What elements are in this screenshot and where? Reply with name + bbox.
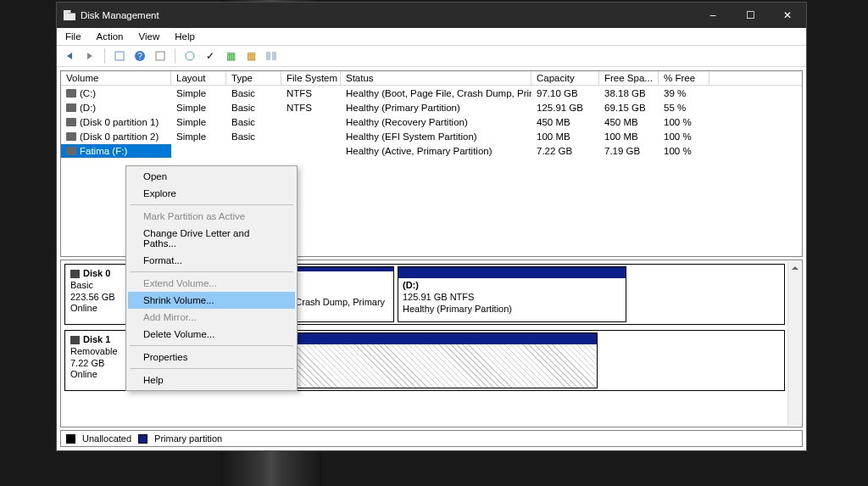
volume-row[interactable]: (C:)SimpleBasicNTFSHealthy (Boot, Page F… (61, 86, 802, 100)
svg-rect-3 (156, 52, 164, 60)
volume-name: (Disk 0 partition 1) (80, 117, 159, 127)
drive-icon (66, 118, 76, 126)
svg-point-4 (186, 52, 194, 60)
volume-fs: NTFS (281, 101, 341, 115)
drive-icon (66, 132, 76, 141)
col-capacity[interactable]: Capacity (531, 71, 599, 85)
volume-name: (C:) (80, 88, 96, 98)
volume-status: Healthy (EFI System Partition) (341, 130, 531, 143)
volume-layout: Simple (171, 115, 226, 129)
volume-status: Healthy (Primary Partition) (341, 101, 531, 115)
volume-row[interactable]: (Disk 0 partition 1)SimpleBasicHealthy (… (61, 115, 802, 129)
add-icon[interactable]: ▦ (223, 48, 238, 64)
col-pctfree[interactable]: % Free (659, 71, 709, 85)
volume-row[interactable]: Fatima (F:)Healthy (Active, Primary Part… (61, 143, 802, 158)
action-icon[interactable]: ✓ (203, 48, 218, 64)
cm-delete[interactable]: Delete Volume... (128, 326, 295, 343)
drive-icon (66, 89, 76, 98)
svg-text:?: ? (137, 52, 142, 61)
volume-layout: Simple (171, 87, 226, 100)
col-status[interactable]: Status (341, 71, 531, 85)
layout-icon[interactable] (264, 48, 279, 64)
col-freespace[interactable]: Free Spa... (599, 71, 659, 85)
disk-icon (64, 10, 75, 20)
volume-header: Volume Layout Type File System Status Ca… (61, 71, 802, 86)
window-title: Disk Management (81, 10, 159, 20)
disk-icon (70, 336, 80, 344)
volume-type: Basic (226, 115, 281, 129)
cm-shrink[interactable]: Shrink Volume... (128, 292, 295, 309)
volume-row[interactable]: (Disk 0 partition 2)SimpleBasicHealthy (… (61, 129, 802, 143)
col-layout[interactable]: Layout (171, 71, 226, 85)
volume-capacity: 7.22 GB (531, 144, 599, 158)
volume-pctfree: 100 % (659, 115, 709, 129)
forward-icon[interactable] (82, 48, 97, 64)
back-icon[interactable] (62, 48, 77, 64)
volume-fs (281, 135, 341, 138)
cm-open[interactable]: Open (128, 168, 295, 185)
volume-pctfree: 100 % (659, 144, 709, 158)
cm-help[interactable]: Help (128, 371, 295, 388)
svg-rect-6 (272, 52, 276, 60)
col-type[interactable]: Type (226, 71, 281, 85)
drive-icon (66, 103, 76, 112)
col-volume[interactable]: Volume (61, 71, 171, 85)
menu-file[interactable]: File (64, 30, 83, 43)
toolbar: ? ✓ ▦ ▦ (57, 46, 806, 67)
maximize-button[interactable]: ☐ (732, 3, 769, 28)
properties-icon[interactable] (153, 48, 168, 64)
legend-primary: Primary partition (154, 433, 222, 444)
cm-mark-active: Mark Partition as Active (128, 208, 295, 225)
titlebar[interactable]: Disk Management – ☐ ✕ (57, 3, 806, 28)
volume-type: Basic (226, 130, 281, 143)
menu-action[interactable]: Action (95, 30, 125, 43)
volume-fs (281, 149, 341, 153)
volume-freespace: 7.19 GB (599, 144, 659, 158)
volume-layout: Simple (171, 101, 226, 115)
close-button[interactable]: ✕ (769, 3, 806, 28)
rescan-icon[interactable] (182, 48, 198, 64)
col-fs[interactable]: File System (281, 71, 341, 85)
help-icon[interactable]: ? (132, 48, 147, 64)
cm-format[interactable]: Format... (128, 252, 295, 269)
svg-rect-0 (115, 52, 124, 60)
volume-pctfree: 100 % (659, 130, 709, 143)
menu-view[interactable]: View (137, 30, 162, 43)
volume-type: Basic (226, 87, 281, 100)
cm-extend: Extend Volume... (128, 275, 295, 292)
volume-status: Healthy (Boot, Page File, Crash Dump, Pr… (341, 87, 531, 100)
volume-fs (281, 120, 341, 124)
cm-change-letter[interactable]: Change Drive Letter and Paths... (128, 225, 295, 252)
volume-capacity: 97.10 GB (531, 87, 599, 100)
volume-type (226, 149, 281, 153)
context-menu[interactable]: Open Explore Mark Partition as Active Ch… (125, 165, 298, 391)
partition[interactable]: (D:)125.91 GB NTFSHealthy (Primary Parti… (398, 266, 626, 322)
volume-layout (171, 149, 226, 153)
volume-name: (Disk 0 partition 2) (80, 131, 159, 142)
volume-name: Fatima (F:) (80, 146, 127, 156)
cm-properties[interactable]: Properties (128, 349, 295, 366)
legend: Unallocated Primary partition (60, 430, 803, 447)
svg-rect-5 (266, 52, 270, 60)
scrollbar[interactable] (787, 261, 801, 426)
cm-explore[interactable]: Explore (128, 185, 295, 202)
refresh-icon[interactable] (112, 48, 127, 64)
legend-swatch-unallocated (66, 434, 75, 444)
volume-freespace: 69.15 GB (599, 101, 659, 115)
menu-help[interactable]: Help (173, 30, 197, 43)
volume-fs: NTFS (281, 87, 341, 100)
legend-unallocated: Unallocated (82, 433, 131, 444)
volume-row[interactable]: (D:)SimpleBasicNTFSHealthy (Primary Part… (61, 100, 802, 115)
minimize-button[interactable]: – (694, 3, 732, 28)
menubar[interactable]: File Action View Help (57, 28, 806, 46)
volume-status: Healthy (Active, Primary Partition) (341, 144, 531, 158)
legend-swatch-primary (138, 434, 147, 444)
drive-icon (66, 147, 76, 155)
delete-icon[interactable]: ▦ (243, 48, 259, 64)
volume-pctfree: 39 % (659, 87, 709, 100)
volume-freespace: 450 MB (599, 115, 659, 129)
volume-capacity: 125.91 GB (531, 101, 599, 115)
disk-icon (70, 270, 80, 278)
window-controls: – ☐ ✕ (694, 3, 806, 28)
cm-mirror: Add Mirror... (128, 309, 295, 326)
